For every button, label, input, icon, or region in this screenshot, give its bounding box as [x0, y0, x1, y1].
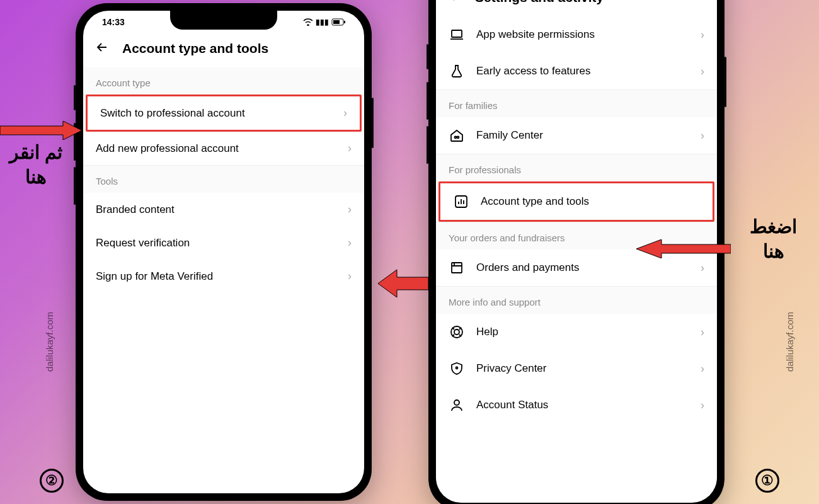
- row-label: Early access to features: [476, 65, 689, 77]
- row-request-verification[interactable]: Request verification ›: [83, 226, 364, 260]
- signal-icon: ▮▮▮: [316, 18, 329, 26]
- svg-rect-10: [333, 20, 340, 24]
- row-add-professional[interactable]: Add new professional account ›: [83, 132, 364, 165]
- step-2-badge: ②: [40, 469, 64, 493]
- svg-point-7: [456, 367, 458, 369]
- svg-marker-14: [636, 239, 731, 258]
- header: Account type and tools: [83, 33, 364, 67]
- arrow-left-annot-icon: [0, 121, 82, 142]
- chevron-right-icon: ›: [701, 399, 704, 412]
- page-title: Settings and activity: [475, 0, 604, 5]
- row-early-access[interactable]: Early access to features ›: [436, 53, 717, 89]
- person-icon: [449, 397, 465, 413]
- row-family-center[interactable]: Family Center ›: [436, 117, 717, 154]
- back-arrow-icon[interactable]: [447, 0, 462, 6]
- arrow-center-icon: [378, 268, 428, 302]
- row-switch-professional[interactable]: Switch to professional account ›: [88, 96, 360, 130]
- section-account-type: Account type: [83, 67, 364, 94]
- row-label: Family Center: [476, 129, 689, 142]
- chevron-right-icon: ›: [701, 65, 704, 78]
- shield-icon: [449, 360, 465, 377]
- chevron-right-icon: ›: [348, 142, 352, 155]
- highlight-switch-pro: Switch to professional account ›: [86, 94, 362, 132]
- chevron-right-icon: ›: [701, 362, 704, 375]
- row-label: Sign up for Meta Verified: [96, 270, 336, 283]
- row-privacy-center[interactable]: Privacy Center ›: [436, 350, 717, 387]
- chevron-right-icon: ›: [348, 203, 352, 216]
- svg-point-8: [454, 400, 459, 405]
- svg-marker-12: [378, 270, 428, 297]
- chevron-right-icon: ›: [701, 28, 704, 42]
- step-1-badge: ①: [755, 469, 779, 493]
- section-families: For families: [436, 89, 717, 117]
- row-label: Switch to professional account: [100, 107, 332, 120]
- watermark-left: dalilukayf.com: [44, 312, 55, 372]
- section-professionals: For professionals: [436, 154, 717, 181]
- chevron-right-icon: ›: [348, 270, 352, 283]
- row-label: App website permissions: [476, 28, 689, 41]
- home-people-icon: [449, 127, 465, 144]
- row-meta-verified[interactable]: Sign up for Meta Verified ›: [83, 260, 364, 293]
- row-branded-content[interactable]: Branded content ›: [83, 193, 364, 226]
- laptop-icon: [449, 26, 465, 43]
- svg-rect-4: [452, 263, 462, 273]
- chart-icon: [453, 193, 469, 210]
- section-tools: Tools: [83, 165, 364, 193]
- row-label: Add new professional account: [96, 142, 336, 155]
- row-label: Account Status: [476, 399, 689, 411]
- flask-icon: [449, 63, 465, 79]
- svg-rect-0: [452, 30, 462, 37]
- status-icons: ▮▮▮: [303, 18, 345, 26]
- row-account-status[interactable]: Account Status ›: [436, 387, 717, 423]
- row-app-permissions[interactable]: App website permissions ›: [436, 16, 717, 53]
- back-arrow-icon[interactable]: [94, 40, 110, 57]
- chevron-right-icon: ›: [701, 261, 704, 275]
- chevron-right-icon: ›: [701, 326, 704, 339]
- page-title: Account type and tools: [122, 41, 268, 56]
- row-label: Privacy Center: [476, 362, 689, 375]
- row-label: Branded content: [96, 203, 336, 216]
- chevron-right-icon: ›: [701, 129, 704, 142]
- receipt-icon: [449, 260, 465, 276]
- wifi-icon: [303, 18, 313, 26]
- battery-icon: [331, 18, 345, 26]
- row-help[interactable]: Help ›: [436, 314, 717, 350]
- clock: 14:33: [102, 17, 125, 27]
- section-support: More info and support: [436, 286, 717, 314]
- svg-point-1: [455, 137, 457, 139]
- arrow-right-annot-icon: [636, 239, 731, 261]
- svg-point-2: [457, 137, 459, 139]
- lifebuoy-icon: [449, 324, 465, 340]
- phone-left: 14:33 ▮▮▮ Account type and tools Account…: [76, 3, 372, 501]
- highlight-account-tools: Account type and tools: [438, 181, 714, 222]
- row-label: Request verification: [96, 237, 336, 249]
- svg-marker-13: [0, 121, 82, 140]
- row-account-type-tools[interactable]: Account type and tools: [440, 183, 713, 220]
- row-label: Orders and payments: [476, 261, 689, 274]
- chevron-right-icon: ›: [343, 106, 347, 120]
- svg-point-6: [454, 329, 459, 335]
- header: Settings and activity: [436, 0, 717, 16]
- svg-rect-11: [344, 21, 345, 23]
- watermark-right: dalilukayf.com: [784, 312, 795, 372]
- label-right-arabic: اضغطهنا: [750, 214, 797, 263]
- notch: [170, 11, 277, 30]
- row-label: Account type and tools: [481, 195, 700, 208]
- label-left-arabic: ثم انقرهنا: [9, 140, 62, 189]
- chevron-right-icon: ›: [348, 236, 352, 249]
- row-label: Help: [476, 326, 689, 338]
